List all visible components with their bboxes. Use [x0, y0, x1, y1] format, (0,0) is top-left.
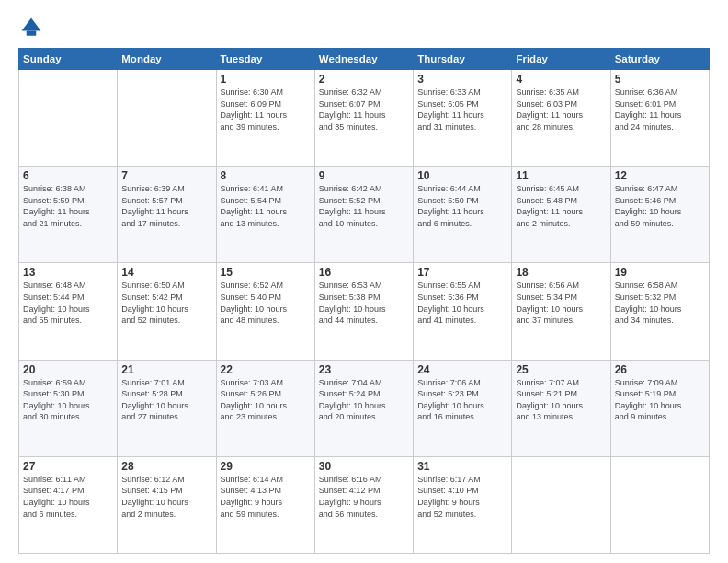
header	[18, 15, 710, 40]
calendar-cell: 4Sunrise: 6:35 AM Sunset: 6:03 PM Daylig…	[512, 70, 610, 167]
day-info: Sunrise: 6:14 AM Sunset: 4:13 PM Dayligh…	[221, 474, 311, 520]
weekday-header-tuesday: Tuesday	[216, 49, 314, 70]
calendar-cell	[118, 70, 216, 167]
calendar-cell: 3Sunrise: 6:33 AM Sunset: 6:05 PM Daylig…	[414, 70, 512, 167]
calendar-cell: 11Sunrise: 6:45 AM Sunset: 5:48 PM Dayli…	[512, 167, 610, 263]
calendar-cell: 27Sunrise: 6:11 AM Sunset: 4:17 PM Dayli…	[19, 456, 118, 553]
day-number: 15	[221, 266, 311, 279]
day-info: Sunrise: 6:30 AM Sunset: 6:09 PM Dayligh…	[221, 86, 311, 132]
day-number: 21	[121, 363, 211, 376]
calendar-cell: 6Sunrise: 6:38 AM Sunset: 5:59 PM Daylig…	[19, 167, 118, 263]
day-number: 12	[615, 169, 705, 182]
weekday-header-friday: Friday	[512, 49, 610, 70]
logo	[18, 15, 48, 40]
calendar-cell: 8Sunrise: 6:41 AM Sunset: 5:54 PM Daylig…	[216, 167, 314, 263]
calendar-table: SundayMondayTuesdayWednesdayThursdayFrid…	[18, 48, 710, 554]
day-number: 24	[417, 363, 507, 376]
weekday-header-monday: Monday	[118, 49, 216, 70]
day-info: Sunrise: 7:03 AM Sunset: 5:26 PM Dayligh…	[221, 377, 311, 423]
day-info: Sunrise: 7:09 AM Sunset: 5:19 PM Dayligh…	[615, 377, 705, 423]
day-number: 28	[121, 460, 211, 473]
day-info: Sunrise: 6:36 AM Sunset: 6:01 PM Dayligh…	[615, 86, 705, 132]
day-info: Sunrise: 6:55 AM Sunset: 5:36 PM Dayligh…	[417, 280, 507, 326]
day-info: Sunrise: 6:48 AM Sunset: 5:44 PM Dayligh…	[23, 280, 113, 326]
calendar-cell: 22Sunrise: 7:03 AM Sunset: 5:26 PM Dayli…	[216, 360, 314, 456]
calendar-cell: 17Sunrise: 6:55 AM Sunset: 5:36 PM Dayli…	[414, 263, 512, 360]
day-number: 18	[516, 266, 606, 279]
day-number: 30	[319, 460, 409, 473]
day-number: 11	[516, 169, 606, 182]
calendar-cell: 23Sunrise: 7:04 AM Sunset: 5:24 PM Dayli…	[314, 360, 413, 456]
day-number: 9	[319, 169, 409, 182]
calendar-cell: 5Sunrise: 6:36 AM Sunset: 6:01 PM Daylig…	[610, 70, 709, 167]
week-row-3: 13Sunrise: 6:48 AM Sunset: 5:44 PM Dayli…	[19, 263, 710, 360]
calendar-cell: 18Sunrise: 6:56 AM Sunset: 5:34 PM Dayli…	[512, 263, 610, 360]
day-number: 26	[615, 363, 705, 376]
calendar-cell: 14Sunrise: 6:50 AM Sunset: 5:42 PM Dayli…	[118, 263, 216, 360]
day-info: Sunrise: 6:41 AM Sunset: 5:54 PM Dayligh…	[221, 183, 311, 229]
day-number: 23	[319, 363, 409, 376]
calendar-cell	[610, 456, 709, 553]
day-number: 8	[221, 169, 311, 182]
day-info: Sunrise: 6:11 AM Sunset: 4:17 PM Dayligh…	[23, 474, 113, 520]
day-number: 3	[417, 73, 507, 86]
day-info: Sunrise: 6:50 AM Sunset: 5:42 PM Dayligh…	[121, 280, 211, 326]
day-info: Sunrise: 6:33 AM Sunset: 6:05 PM Dayligh…	[417, 86, 507, 132]
day-info: Sunrise: 6:38 AM Sunset: 5:59 PM Dayligh…	[23, 183, 113, 229]
day-info: Sunrise: 6:16 AM Sunset: 4:12 PM Dayligh…	[319, 474, 409, 520]
calendar-cell: 15Sunrise: 6:52 AM Sunset: 5:40 PM Dayli…	[216, 263, 314, 360]
day-info: Sunrise: 7:07 AM Sunset: 5:21 PM Dayligh…	[516, 377, 606, 423]
day-number: 29	[221, 460, 311, 473]
day-number: 22	[221, 363, 311, 376]
day-info: Sunrise: 6:59 AM Sunset: 5:30 PM Dayligh…	[23, 377, 113, 423]
calendar-cell	[19, 70, 118, 167]
day-info: Sunrise: 6:17 AM Sunset: 4:10 PM Dayligh…	[417, 474, 507, 520]
day-number: 25	[516, 363, 606, 376]
svg-marker-0	[22, 18, 41, 31]
calendar-cell: 31Sunrise: 6:17 AM Sunset: 4:10 PM Dayli…	[414, 456, 512, 553]
calendar-cell: 28Sunrise: 6:12 AM Sunset: 4:15 PM Dayli…	[118, 456, 216, 553]
day-number: 14	[121, 266, 211, 279]
page: SundayMondayTuesdayWednesdayThursdayFrid…	[0, 0, 728, 563]
day-info: Sunrise: 6:44 AM Sunset: 5:50 PM Dayligh…	[417, 183, 507, 229]
day-number: 5	[615, 73, 705, 86]
calendar-cell: 16Sunrise: 6:53 AM Sunset: 5:38 PM Dayli…	[314, 263, 413, 360]
calendar-cell: 12Sunrise: 6:47 AM Sunset: 5:46 PM Dayli…	[610, 167, 709, 263]
svg-rect-1	[27, 31, 37, 36]
day-info: Sunrise: 6:35 AM Sunset: 6:03 PM Dayligh…	[516, 86, 606, 132]
day-number: 31	[417, 460, 507, 473]
calendar-cell: 2Sunrise: 6:32 AM Sunset: 6:07 PM Daylig…	[314, 70, 413, 167]
calendar-cell: 13Sunrise: 6:48 AM Sunset: 5:44 PM Dayli…	[19, 263, 118, 360]
weekday-header-wednesday: Wednesday	[314, 49, 413, 70]
calendar-cell: 20Sunrise: 6:59 AM Sunset: 5:30 PM Dayli…	[19, 360, 118, 456]
day-info: Sunrise: 6:39 AM Sunset: 5:57 PM Dayligh…	[121, 183, 211, 229]
day-info: Sunrise: 6:42 AM Sunset: 5:52 PM Dayligh…	[319, 183, 409, 229]
day-number: 20	[23, 363, 113, 376]
calendar-cell: 10Sunrise: 6:44 AM Sunset: 5:50 PM Dayli…	[414, 167, 512, 263]
day-info: Sunrise: 7:06 AM Sunset: 5:23 PM Dayligh…	[417, 377, 507, 423]
logo-icon	[18, 15, 44, 40]
day-info: Sunrise: 6:47 AM Sunset: 5:46 PM Dayligh…	[615, 183, 705, 229]
day-info: Sunrise: 7:04 AM Sunset: 5:24 PM Dayligh…	[319, 377, 409, 423]
calendar-cell: 9Sunrise: 6:42 AM Sunset: 5:52 PM Daylig…	[314, 167, 413, 263]
calendar-cell: 29Sunrise: 6:14 AM Sunset: 4:13 PM Dayli…	[216, 456, 314, 553]
week-row-2: 6Sunrise: 6:38 AM Sunset: 5:59 PM Daylig…	[19, 167, 710, 263]
day-number: 17	[417, 266, 507, 279]
weekday-header-row: SundayMondayTuesdayWednesdayThursdayFrid…	[19, 49, 710, 70]
day-info: Sunrise: 6:45 AM Sunset: 5:48 PM Dayligh…	[516, 183, 606, 229]
weekday-header-saturday: Saturday	[610, 49, 709, 70]
day-info: Sunrise: 6:58 AM Sunset: 5:32 PM Dayligh…	[615, 280, 705, 326]
day-info: Sunrise: 6:53 AM Sunset: 5:38 PM Dayligh…	[319, 280, 409, 326]
day-number: 7	[121, 169, 211, 182]
calendar-cell	[512, 456, 610, 553]
calendar-cell: 24Sunrise: 7:06 AM Sunset: 5:23 PM Dayli…	[414, 360, 512, 456]
day-info: Sunrise: 6:52 AM Sunset: 5:40 PM Dayligh…	[221, 280, 311, 326]
day-number: 2	[319, 73, 409, 86]
calendar-cell: 21Sunrise: 7:01 AM Sunset: 5:28 PM Dayli…	[118, 360, 216, 456]
day-info: Sunrise: 6:32 AM Sunset: 6:07 PM Dayligh…	[319, 86, 409, 132]
week-row-4: 20Sunrise: 6:59 AM Sunset: 5:30 PM Dayli…	[19, 360, 710, 456]
day-number: 27	[23, 460, 113, 473]
day-info: Sunrise: 7:01 AM Sunset: 5:28 PM Dayligh…	[121, 377, 211, 423]
day-number: 1	[221, 73, 311, 86]
day-info: Sunrise: 6:56 AM Sunset: 5:34 PM Dayligh…	[516, 280, 606, 326]
